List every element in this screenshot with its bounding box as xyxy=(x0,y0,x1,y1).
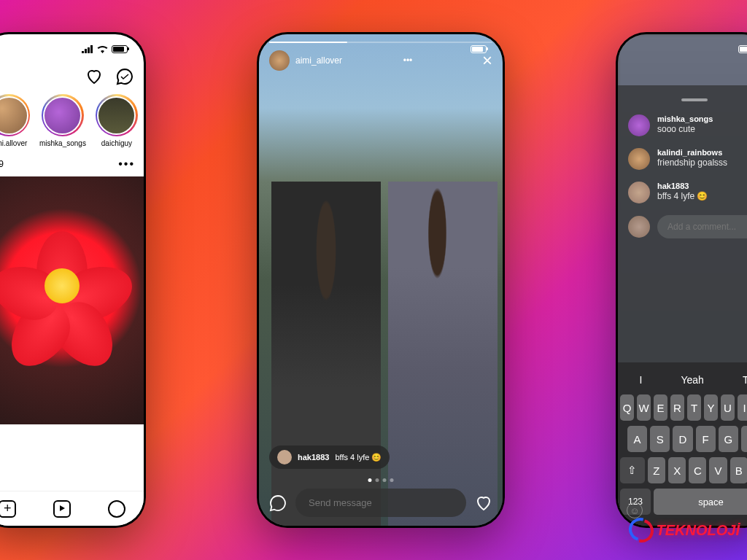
comment-text: bffs 4 lyfe 😊 xyxy=(657,191,708,201)
emoji-button[interactable]: ☺ xyxy=(627,502,643,518)
post-image[interactable] xyxy=(0,176,144,424)
avatar xyxy=(628,182,650,203)
suggestion[interactable]: I xyxy=(630,371,653,389)
profile-button[interactable] xyxy=(108,500,125,518)
key[interactable]: C xyxy=(689,457,706,483)
feed-header xyxy=(0,63,144,90)
avatar[interactable] xyxy=(269,50,290,71)
reels-button[interactable] xyxy=(53,500,71,518)
key[interactable]: B xyxy=(730,457,747,483)
key[interactable]: W xyxy=(637,394,651,421)
add-comment-row xyxy=(628,215,747,238)
svg-rect-3 xyxy=(90,45,93,53)
notifications-button[interactable] xyxy=(85,68,103,85)
comment-text: friendship goalsss xyxy=(657,158,727,168)
key[interactable]: G xyxy=(719,426,738,452)
key-row: A S D F G H xyxy=(620,426,747,452)
signal-icon xyxy=(82,45,93,53)
key[interactable]: I xyxy=(738,394,747,421)
story-screen: 9:41 aimi_allover ••• × hak1883 bffs 4 l… xyxy=(259,34,503,526)
key[interactable]: H xyxy=(741,426,747,452)
watermark: TEKNOLOJİ xyxy=(629,518,740,542)
heart-icon xyxy=(85,68,103,85)
phone-feed: aimi.allover mishka_songs daichiguy 599 … xyxy=(0,32,146,528)
suggestion[interactable]: T xyxy=(732,371,747,389)
comment-row[interactable]: kalindi_rainbowsfriendship goalsss xyxy=(628,148,747,170)
story-comment-bubble[interactable]: hak1883 bffs 4 lyfe 😊 xyxy=(269,446,390,469)
stories-tray[interactable]: aimi.allover mishka_songs daichiguy xyxy=(0,90,144,152)
key[interactable]: S xyxy=(650,426,670,452)
comment-username: hak1883 xyxy=(657,182,708,190)
key[interactable]: Q xyxy=(620,394,634,421)
story-item[interactable]: mishka_songs xyxy=(39,94,86,147)
watermark-logo-icon xyxy=(629,518,654,542)
svg-rect-2 xyxy=(88,47,90,53)
comment-row[interactable]: hak1883bffs 4 lyfe 😊 xyxy=(628,182,747,203)
battery-icon xyxy=(738,45,747,53)
suggestion[interactable]: Yeah xyxy=(670,371,713,389)
create-post-button[interactable]: + xyxy=(0,500,16,518)
avatar xyxy=(628,114,650,136)
phone-comments: 9:41 mishka_songssooo cute kalindi_rainb… xyxy=(616,32,747,528)
shift-key[interactable]: ⇧ xyxy=(620,457,645,483)
key[interactable]: R xyxy=(670,394,684,421)
key[interactable]: U xyxy=(721,394,735,421)
avatar xyxy=(277,450,292,464)
chat-icon[interactable] xyxy=(269,494,287,512)
paginator xyxy=(368,478,394,482)
likes-count: 599 xyxy=(0,159,4,169)
wifi-icon xyxy=(97,45,108,53)
avatar xyxy=(628,216,650,238)
comment-text: bffs 4 lyfe 😊 xyxy=(335,453,382,462)
key[interactable]: D xyxy=(673,426,692,452)
key[interactable]: F xyxy=(696,426,716,452)
story-label: aimi.allover xyxy=(0,139,27,147)
story-reply-bar xyxy=(259,489,503,517)
story-item[interactable]: daichiguy xyxy=(96,94,138,147)
key-row: Q W E R T Y U I O xyxy=(620,394,747,421)
close-button[interactable]: × xyxy=(482,50,492,71)
more-icon[interactable]: ••• xyxy=(403,55,413,66)
key[interactable]: T xyxy=(687,394,701,421)
story-item[interactable]: aimi.allover xyxy=(0,94,30,147)
story-label: mishka_songs xyxy=(39,139,86,147)
space-key[interactable]: space xyxy=(654,489,747,515)
key[interactable]: Z xyxy=(648,457,665,483)
key[interactable]: V xyxy=(709,457,727,483)
avatar xyxy=(628,148,650,170)
key-row: ⇧ Z X C V B N xyxy=(620,457,747,483)
key[interactable]: E xyxy=(654,394,667,421)
avatar xyxy=(44,98,80,133)
comment-text: sooo cute xyxy=(657,124,713,134)
key[interactable]: A xyxy=(627,426,647,452)
comment-username: hak1883 xyxy=(298,453,329,462)
send-message-input[interactable] xyxy=(295,489,466,517)
add-comment-input[interactable] xyxy=(657,215,747,238)
phone-story: 9:41 aimi_allover ••• × hak1883 bffs 4 l… xyxy=(257,32,505,528)
bottom-nav: + xyxy=(0,491,144,526)
avatar xyxy=(98,98,134,133)
comment-row[interactable]: mishka_songssooo cute xyxy=(628,114,747,136)
comment-username: mishka_songs xyxy=(657,114,713,123)
story-progress xyxy=(269,42,492,43)
svg-rect-0 xyxy=(82,51,84,53)
messenger-button[interactable] xyxy=(116,68,133,85)
comment-username: kalindi_rainbows xyxy=(657,148,727,157)
more-button[interactable]: ••• xyxy=(118,158,135,171)
story-label: daichiguy xyxy=(101,139,132,147)
battery-icon xyxy=(112,45,128,53)
watermark-text: TEKNOLOJİ xyxy=(657,522,740,539)
feed-screen: aimi.allover mishka_songs daichiguy 599 … xyxy=(0,34,144,526)
suggestions-row: I Yeah T xyxy=(620,365,747,394)
avatar xyxy=(0,98,27,133)
key[interactable]: X xyxy=(668,457,686,483)
like-button[interactable] xyxy=(475,494,492,512)
story-username[interactable]: aimi_allover xyxy=(295,55,342,66)
key[interactable]: Y xyxy=(704,394,718,421)
keyboard: I Yeah T Q W E R T Y U I O A S D F G xyxy=(618,362,747,526)
svg-rect-1 xyxy=(85,49,87,53)
story-header: aimi_allover ••• × xyxy=(259,34,503,78)
drag-handle[interactable] xyxy=(681,98,708,101)
messenger-icon xyxy=(116,68,133,85)
post-meta: 599 ••• xyxy=(0,152,144,176)
